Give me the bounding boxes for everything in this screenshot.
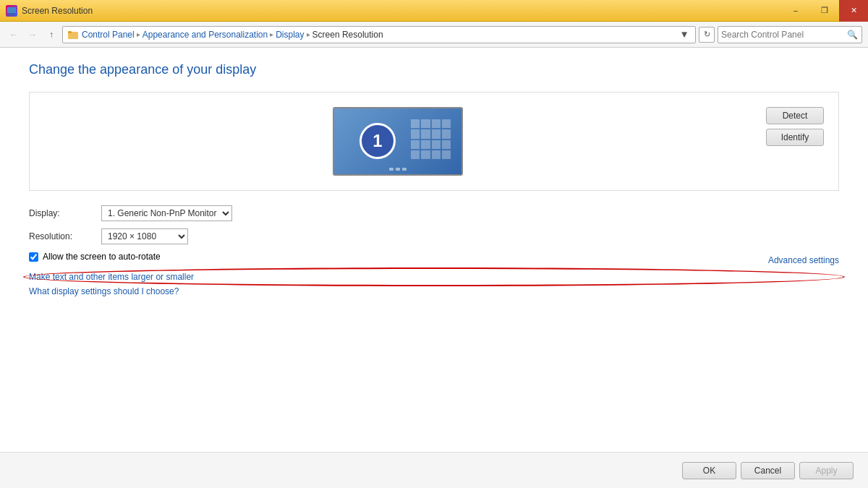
- advanced-settings-link[interactable]: Advanced settings: [768, 255, 839, 265]
- titlebar-left: Screen Resolution: [6, 5, 93, 17]
- main-content: Change the appearance of your display 1: [0, 48, 868, 488]
- detect-button[interactable]: Detect: [766, 107, 824, 124]
- display-settings-link[interactable]: What display settings should I choose?: [29, 286, 839, 296]
- folder-icon: [67, 29, 79, 40]
- resolution-select[interactable]: 1920 × 1080: [101, 228, 188, 244]
- refresh-button[interactable]: ↻: [699, 27, 715, 43]
- breadcrumb-screen-resolution: Screen Resolution: [312, 30, 383, 40]
- monitor-display: 1: [44, 107, 752, 176]
- monitor-dots: [389, 168, 407, 171]
- display-select[interactable]: 1. Generic Non-PnP Monitor: [101, 205, 232, 221]
- identify-button[interactable]: Identify: [766, 129, 824, 146]
- monitor-number: 1: [359, 123, 396, 159]
- auto-rotate-label: Allow the screen to auto-rotate: [43, 252, 161, 262]
- titlebar: Screen Resolution − ❐ ✕: [0, 0, 868, 22]
- svg-rect-1: [9, 13, 14, 14]
- search-box: 🔍: [718, 26, 862, 43]
- grid-cell: [421, 150, 430, 159]
- window-controls: − ❐ ✕: [781, 0, 868, 22]
- auto-rotate-row: Allow the screen to auto-rotate Advanced…: [29, 252, 839, 269]
- grid-cell: [432, 150, 441, 159]
- address-dropdown-button[interactable]: ▼: [678, 27, 691, 42]
- auto-rotate-checkbox[interactable]: [29, 252, 38, 262]
- window-title: Screen Resolution: [22, 6, 93, 16]
- address-bar: Control Panel ▸ Appearance and Personali…: [62, 26, 696, 43]
- apply-button[interactable]: Apply: [799, 462, 854, 479]
- grid-cell: [432, 119, 441, 128]
- app-icon: [6, 5, 17, 17]
- display-row: Display: 1. Generic Non-PnP Monitor: [29, 205, 839, 221]
- display-control: 1. Generic Non-PnP Monitor: [101, 205, 232, 221]
- grid-cell: [442, 129, 451, 138]
- cancel-button[interactable]: Cancel: [741, 462, 795, 479]
- breadcrumb-control-panel[interactable]: Control Panel: [82, 30, 135, 40]
- grid-cell: [442, 119, 451, 128]
- grid-cell: [442, 150, 451, 159]
- grid-cell: [411, 119, 420, 128]
- breadcrumb-appearance[interactable]: Appearance and Personalization: [142, 30, 268, 40]
- forward-button[interactable]: →: [25, 27, 41, 43]
- text-size-link[interactable]: Make text and other items larger or smal…: [29, 272, 194, 282]
- search-icon[interactable]: 🔍: [846, 28, 859, 41]
- resolution-row: Resolution: 1920 × 1080: [29, 228, 839, 244]
- svg-rect-0: [7, 7, 16, 13]
- addressbar: ← → ↑ Control Panel ▸ Appearance and Per…: [0, 22, 868, 48]
- grid-cell: [432, 129, 441, 138]
- content-area: Change the appearance of your display 1: [0, 48, 868, 452]
- grid-cell: [421, 140, 430, 149]
- grid-cell: [411, 129, 420, 138]
- breadcrumb: Control Panel ▸ Appearance and Personali…: [82, 30, 675, 40]
- search-input[interactable]: [721, 30, 846, 40]
- grid-cell: [411, 140, 420, 149]
- auto-rotate-checkbox-row: Allow the screen to auto-rotate: [29, 252, 161, 262]
- display-label: Display:: [29, 208, 101, 218]
- monitor-preview: 1: [333, 107, 463, 176]
- monitor-grid: [411, 119, 451, 159]
- footer: OK Cancel Apply: [0, 452, 868, 488]
- grid-cell: [432, 140, 441, 149]
- settings-section: Display: 1. Generic Non-PnP Monitor Reso…: [0, 205, 868, 299]
- grid-cell: [411, 150, 420, 159]
- monitor-section: 1: [29, 92, 839, 191]
- text-size-link-container: Make text and other items larger or smal…: [29, 272, 839, 282]
- restore-button[interactable]: ❐: [810, 0, 839, 22]
- back-button[interactable]: ←: [6, 27, 22, 43]
- minimize-button[interactable]: −: [781, 0, 810, 22]
- svg-rect-5: [68, 31, 72, 33]
- ok-button[interactable]: OK: [682, 462, 736, 479]
- resolution-label: Resolution:: [29, 231, 101, 241]
- grid-cell: [442, 140, 451, 149]
- close-button[interactable]: ✕: [839, 0, 868, 22]
- svg-rect-2: [8, 14, 15, 15]
- links-row: Make text and other items larger or smal…: [29, 269, 839, 299]
- monitor-actions: Detect Identify: [766, 107, 824, 146]
- resolution-control: 1920 × 1080: [101, 228, 188, 244]
- grid-cell: [421, 119, 430, 128]
- breadcrumb-display[interactable]: Display: [276, 30, 304, 40]
- grid-cell: [421, 129, 430, 138]
- up-button[interactable]: ↑: [43, 27, 59, 43]
- page-title: Change the appearance of your display: [0, 62, 868, 77]
